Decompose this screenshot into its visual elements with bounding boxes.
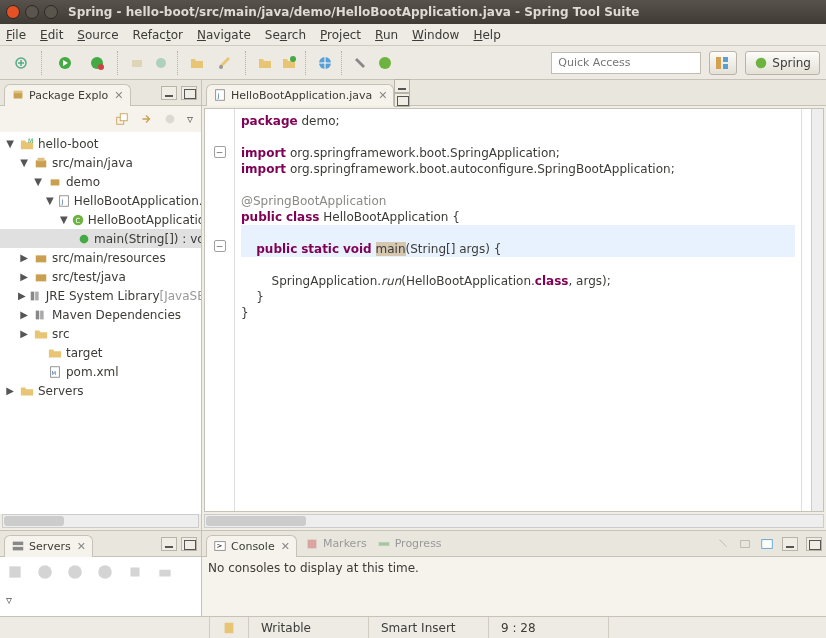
tree-project-root[interactable]: ▼Mhello-boot [0, 134, 201, 153]
open-perspective-button[interactable] [709, 51, 737, 75]
console-tab[interactable]: > Console ✕ [206, 535, 297, 557]
minimize-window-button[interactable] [25, 5, 39, 19]
servers-maximize-button[interactable] [181, 537, 197, 551]
menu-run[interactable]: Run [375, 28, 398, 42]
markers-tab[interactable]: Markers [323, 537, 367, 550]
menu-navigate[interactable]: Navigate [197, 28, 251, 42]
explorer-tab-label: Package Explo [29, 89, 108, 102]
console-maximize-button[interactable] [806, 537, 822, 551]
menu-bar: File Edit Source Refactor Navigate Searc… [0, 24, 826, 46]
separator [41, 51, 45, 75]
progress-tab[interactable]: Progress [395, 537, 442, 550]
spring-button[interactable] [374, 52, 396, 74]
menu-window[interactable]: Window [412, 28, 459, 42]
editor-tab[interactable]: J HelloBootApplication.java ✕ [206, 84, 394, 106]
menu-project[interactable]: Project [320, 28, 361, 42]
svg-rect-32 [36, 310, 40, 319]
pin-button[interactable] [350, 52, 372, 74]
tree-src-test-java[interactable]: ▶src/test/java [0, 267, 201, 286]
debug-button[interactable] [82, 52, 112, 74]
separator [177, 51, 181, 75]
separator [245, 51, 249, 75]
package-explorer-tab[interactable]: Package Explo ✕ [4, 84, 131, 106]
quick-access-input[interactable] [551, 52, 701, 74]
close-icon[interactable]: ✕ [281, 540, 290, 553]
svg-point-42 [68, 565, 82, 579]
servers-minimize-button[interactable] [161, 537, 177, 551]
open-type-button[interactable] [186, 52, 208, 74]
svg-rect-51 [762, 539, 773, 548]
console-body: No consoles to display at this time. [202, 557, 826, 616]
open-task-button[interactable] [254, 52, 276, 74]
tree-servers-project[interactable]: ▶Servers [0, 381, 201, 400]
project-icon: M [19, 136, 35, 152]
view-menu-icon[interactable]: ▿ [187, 112, 193, 126]
new-button[interactable] [6, 52, 36, 74]
tree-method-node[interactable]: main(String[]) : void [0, 229, 201, 248]
tree-package-demo[interactable]: ▼demo [0, 172, 201, 191]
code-editor[interactable]: − − package demo; import org.springframe… [204, 108, 824, 512]
fold-toggle[interactable]: − [214, 240, 226, 252]
server-profile-icon[interactable] [96, 563, 114, 581]
server-publish-icon[interactable] [156, 563, 174, 581]
menu-refactor[interactable]: Refactor [133, 28, 183, 42]
menu-source[interactable]: Source [77, 28, 118, 42]
server-debug-icon[interactable] [66, 563, 84, 581]
tree-pom-file[interactable]: Mpom.xml [0, 362, 201, 381]
console-minimize-button[interactable] [782, 537, 798, 551]
library-icon [33, 307, 49, 323]
svg-point-13 [756, 57, 767, 68]
servers-tab[interactable]: Servers ✕ [4, 535, 93, 557]
link-editor-icon[interactable] [139, 112, 153, 126]
editor-vscrollbar[interactable] [811, 109, 823, 511]
close-window-button[interactable] [6, 5, 20, 19]
new-class-button[interactable] [150, 52, 172, 74]
open-console-icon[interactable] [760, 537, 774, 551]
folder-icon [33, 326, 49, 342]
search-button[interactable] [210, 52, 240, 74]
server-new-icon[interactable] [6, 563, 24, 581]
menu-edit[interactable]: Edit [40, 28, 63, 42]
spring-perspective-button[interactable]: Spring [745, 51, 820, 75]
close-icon[interactable]: ✕ [114, 89, 123, 102]
menu-file[interactable]: File [6, 28, 26, 42]
folder-icon [47, 345, 63, 361]
tree-src-folder[interactable]: ▶src [0, 324, 201, 343]
code-content[interactable]: package demo; import org.springframework… [235, 109, 801, 511]
tree-jre-library[interactable]: ▶JRE System Library [JavaSE-1 [0, 286, 201, 305]
editor-minimize-button[interactable] [394, 79, 410, 93]
menu-help[interactable]: Help [473, 28, 500, 42]
tree-maven-deps[interactable]: ▶Maven Dependencies [0, 305, 201, 324]
run-button[interactable] [50, 52, 80, 74]
tip-icon [222, 621, 236, 635]
tree-target-folder[interactable]: target [0, 343, 201, 362]
web-browser-button[interactable] [314, 52, 336, 74]
menu-search[interactable]: Search [265, 28, 306, 42]
maximize-window-button[interactable] [44, 5, 58, 19]
status-icon-cell[interactable] [210, 617, 249, 638]
status-insert-mode: Smart Insert [369, 617, 489, 638]
tree-src-main-resources[interactable]: ▶src/main/resources [0, 248, 201, 267]
separator [117, 51, 121, 75]
pin-console-icon[interactable] [716, 537, 730, 551]
display-console-icon[interactable] [738, 537, 752, 551]
server-start-icon[interactable] [36, 563, 54, 581]
tree-java-file[interactable]: ▼JHelloBootApplication.jav [0, 191, 201, 210]
filter-icon[interactable] [163, 112, 177, 126]
tree-src-main-java[interactable]: ▼src/main/java [0, 153, 201, 172]
explorer-hscrollbar[interactable] [2, 514, 199, 528]
server-stop-icon[interactable] [126, 563, 144, 581]
explorer-minimize-button[interactable] [161, 86, 177, 100]
editor-hscrollbar[interactable] [204, 514, 824, 528]
svg-rect-45 [159, 570, 170, 577]
close-icon[interactable]: ✕ [378, 89, 387, 102]
new-package-button[interactable] [126, 52, 148, 74]
open-resource-button[interactable] [278, 52, 300, 74]
editor-maximize-button[interactable] [394, 93, 410, 107]
tree-class-node[interactable]: ▼CHelloBootApplication [0, 210, 201, 229]
explorer-maximize-button[interactable] [181, 86, 197, 100]
fold-toggle[interactable]: − [214, 146, 226, 158]
close-icon[interactable]: ✕ [77, 540, 86, 553]
collapse-all-icon[interactable] [115, 112, 129, 126]
view-menu-icon[interactable]: ▿ [6, 593, 195, 607]
